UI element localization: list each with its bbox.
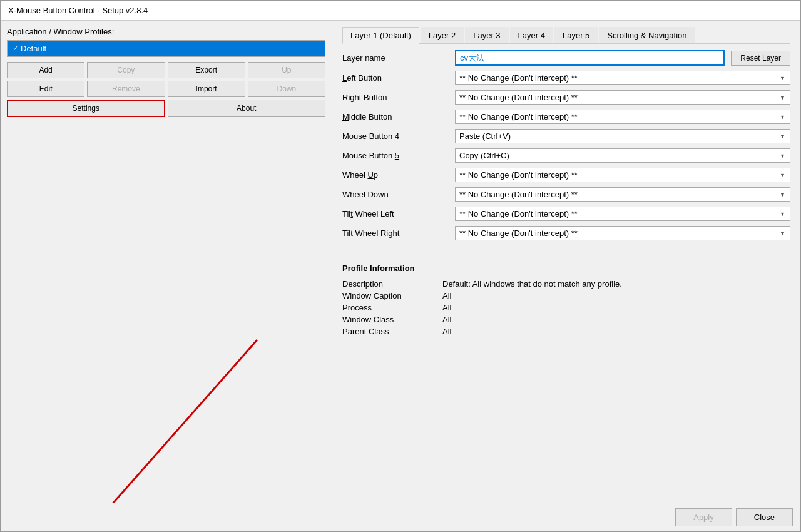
info-value-process: All xyxy=(442,303,451,312)
right-button-dropdown-wrapper: ** No Change (Don't intercept) ** xyxy=(455,90,790,105)
checkmark-icon: ✓ xyxy=(13,44,18,53)
info-value-window-caption: All xyxy=(442,291,451,300)
edit-button[interactable]: Edit xyxy=(7,81,84,97)
profile-item-default[interactable]: ✓ Default xyxy=(8,41,325,56)
bottom-buttons: Settings About xyxy=(7,100,325,117)
right-panel: Layer 1 (Default) Layer 2 Layer 3 Layer … xyxy=(332,21,800,503)
wheel-up-row: Wheel Up ** No Change (Don't intercept) … xyxy=(342,168,790,182)
left-button-dropdown-wrapper: ** No Change (Don't intercept) ** xyxy=(455,71,790,85)
layer-name-input-wrapper: Reset Layer xyxy=(455,50,790,66)
left-button-dropdown[interactable]: ** No Change (Don't intercept) ** xyxy=(455,71,790,85)
info-row-parent-class: Parent Class All xyxy=(342,325,790,337)
info-value-window-class: All xyxy=(442,315,451,324)
wheel-up-dropdown[interactable]: ** No Change (Don't intercept) ** xyxy=(455,168,790,182)
reset-layer-button[interactable]: Reset Layer xyxy=(731,51,790,66)
profile-info-section: Profile Information Description Default:… xyxy=(342,257,790,337)
up-button[interactable]: Up xyxy=(248,62,325,78)
tab-layer5[interactable]: Layer 5 xyxy=(554,27,598,43)
tilt-wheel-left-dropdown-wrapper: ** No Change (Don't intercept) ** xyxy=(455,207,790,221)
tab-layer2[interactable]: Layer 2 xyxy=(421,27,464,43)
tab-layer4[interactable]: Layer 4 xyxy=(510,27,553,43)
remove-button[interactable]: Remove xyxy=(87,81,165,97)
middle-button-label: Middle Button xyxy=(342,112,455,121)
tilt-wheel-right-row: Tilt Wheel Right ** No Change (Don't int… xyxy=(342,226,790,240)
window-title: X-Mouse Button Control - Setup v2.8.4 xyxy=(8,6,148,15)
wheel-up-dropdown-wrapper: ** No Change (Don't intercept) ** xyxy=(455,168,790,182)
tilt-wheel-right-dropdown-wrapper: ** No Change (Don't intercept) ** xyxy=(455,226,790,240)
layer-name-input[interactable] xyxy=(455,50,725,66)
tabs-row: Layer 1 (Default) Layer 2 Layer 3 Layer … xyxy=(342,27,790,44)
info-label-window-class: Window Class xyxy=(342,315,442,324)
tilt-wheel-left-label: Tilt Wheel Left xyxy=(342,209,455,218)
right-button-row: Right Button ** No Change (Don't interce… xyxy=(342,90,790,105)
copy-button[interactable]: Copy xyxy=(87,62,165,78)
tilt-wheel-right-label: Tilt Wheel Right xyxy=(342,228,455,238)
info-row-process: Process All xyxy=(342,302,790,314)
tab-layer3[interactable]: Layer 3 xyxy=(465,27,508,43)
tab-layer1[interactable]: Layer 1 (Default) xyxy=(342,27,419,44)
wheel-down-row: Wheel Down ** No Change (Don't intercept… xyxy=(342,187,790,202)
mouse-button4-dropdown-wrapper: Paste (Ctrl+V) xyxy=(455,129,790,143)
mouse-button5-dropdown-wrapper: Copy (Ctrl+C) xyxy=(455,148,790,163)
layer-name-row: Layer name Reset Layer xyxy=(342,50,790,66)
close-button[interactable]: Close xyxy=(736,508,793,526)
wheel-down-label: Wheel Down xyxy=(342,190,455,199)
info-label-parent-class: Parent Class xyxy=(342,327,442,336)
tilt-wheel-left-dropdown[interactable]: ** No Change (Don't intercept) ** xyxy=(455,207,790,221)
left-button-row: Left Button ** No Change (Don't intercep… xyxy=(342,71,790,85)
main-content: Application / Window Profiles: ✓ Default… xyxy=(1,21,800,503)
info-label-window-caption: Window Caption xyxy=(342,291,442,300)
mouse-button5-dropdown[interactable]: Copy (Ctrl+C) xyxy=(455,148,790,163)
form-section: Layer name Reset Layer Left Button ** No… xyxy=(342,50,790,240)
mouse-button5-row: Mouse Button 5 Copy (Ctrl+C) xyxy=(342,148,790,163)
import-button[interactable]: Import xyxy=(168,81,245,97)
info-row-description: Description Default: All windows that do… xyxy=(342,278,790,290)
left-button-label: Left Button xyxy=(342,73,455,83)
mouse-button4-label: Mouse Button 4 xyxy=(342,131,455,141)
info-value-description: Default: All windows that do not match a… xyxy=(442,279,622,289)
button-grid-bottom: Edit Remove Import Down xyxy=(7,81,325,97)
tab-scrolling[interactable]: Scrolling & Navigation xyxy=(599,27,695,43)
middle-button-dropdown[interactable]: ** No Change (Don't intercept) ** xyxy=(455,110,790,124)
bottom-bar: Apply Close xyxy=(1,503,800,531)
info-label-process: Process xyxy=(342,303,442,312)
info-label-description: Description xyxy=(342,279,442,289)
middle-button-dropdown-wrapper: ** No Change (Don't intercept) ** xyxy=(455,110,790,124)
left-panel: Application / Window Profiles: ✓ Default… xyxy=(1,21,332,123)
wheel-down-dropdown-wrapper: ** No Change (Don't intercept) ** xyxy=(455,187,790,202)
info-value-parent-class: All xyxy=(442,327,451,336)
export-button[interactable]: Export xyxy=(168,62,245,78)
apply-button[interactable]: Apply xyxy=(675,508,732,526)
info-row-window-class: Window Class All xyxy=(342,314,790,325)
svg-line-1 xyxy=(91,340,257,503)
profile-list: ✓ Default xyxy=(7,40,325,57)
profiles-label: Application / Window Profiles: xyxy=(7,27,325,36)
about-button[interactable]: About xyxy=(168,100,326,117)
button-grid-top: Add Copy Export Up xyxy=(7,62,325,78)
tilt-wheel-left-row: Tilt Wheel Left ** No Change (Don't inte… xyxy=(342,207,790,221)
info-row-window-caption: Window Caption All xyxy=(342,290,790,302)
right-button-dropdown[interactable]: ** No Change (Don't intercept) ** xyxy=(455,90,790,105)
wheel-up-label: Wheel Up xyxy=(342,170,455,180)
layer-name-label: Layer name xyxy=(342,53,455,63)
add-button[interactable]: Add xyxy=(7,62,84,78)
middle-button-row: Middle Button ** No Change (Don't interc… xyxy=(342,110,790,124)
profile-name: Default xyxy=(21,44,46,53)
profile-info-title: Profile Information xyxy=(342,263,790,273)
left-panel-wrapper: Application / Window Profiles: ✓ Default… xyxy=(1,21,332,503)
mouse-button5-label: Mouse Button 5 xyxy=(342,151,455,160)
main-window: X-Mouse Button Control - Setup v2.8.4 Ap… xyxy=(0,0,801,532)
mouse-button4-dropdown[interactable]: Paste (Ctrl+V) xyxy=(455,129,790,143)
down-button[interactable]: Down xyxy=(248,81,325,97)
right-button-label: Right Button xyxy=(342,93,455,102)
settings-button[interactable]: Settings xyxy=(7,100,165,117)
tilt-wheel-right-dropdown[interactable]: ** No Change (Don't intercept) ** xyxy=(455,226,790,240)
mouse-button4-row: Mouse Button 4 Paste (Ctrl+V) xyxy=(342,129,790,143)
title-bar: X-Mouse Button Control - Setup v2.8.4 xyxy=(1,1,800,21)
wheel-down-dropdown[interactable]: ** No Change (Don't intercept) ** xyxy=(455,187,790,202)
